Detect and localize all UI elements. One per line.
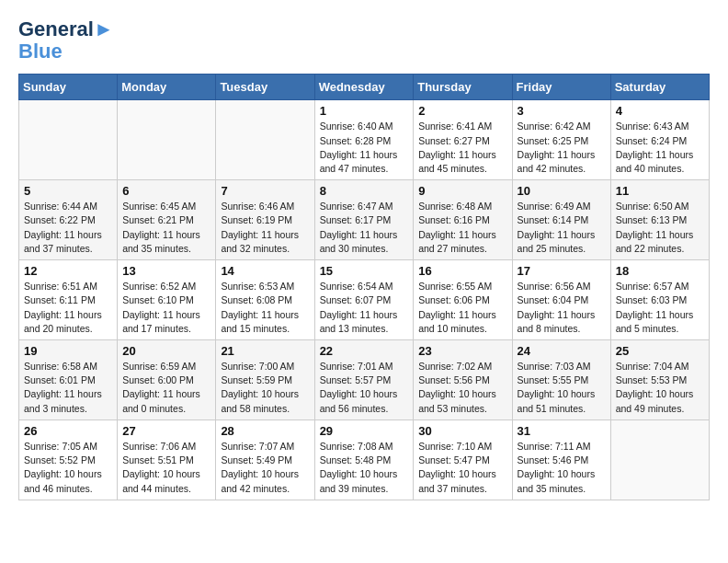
- day-cell: 18Sunrise: 6:57 AM Sunset: 6:03 PM Dayli…: [610, 260, 709, 340]
- day-number: 4: [616, 104, 704, 118]
- day-cell: 20Sunrise: 6:59 AM Sunset: 6:00 PM Dayli…: [118, 340, 216, 420]
- calendar: SundayMondayTuesdayWednesdayThursdayFrid…: [18, 74, 710, 500]
- header-tuesday: Tuesday: [216, 75, 314, 100]
- day-cell: 2Sunrise: 6:41 AM Sunset: 6:27 PM Daylig…: [414, 100, 512, 180]
- day-cell: 3Sunrise: 6:42 AM Sunset: 6:25 PM Daylig…: [512, 100, 610, 180]
- day-cell: [610, 419, 709, 500]
- day-number: 2: [418, 104, 506, 118]
- day-number: 19: [24, 344, 112, 358]
- page: General► Blue SundayMondayTuesdayWednesd…: [0, 0, 728, 510]
- day-cell: 25Sunrise: 7:04 AM Sunset: 5:53 PM Dayli…: [610, 340, 709, 420]
- day-cell: [216, 100, 314, 180]
- logo-blue: ►: [94, 17, 114, 40]
- day-info: Sunrise: 6:53 AM Sunset: 6:08 PM Dayligh…: [221, 280, 309, 336]
- day-number: 18: [616, 264, 704, 278]
- day-cell: 21Sunrise: 7:00 AM Sunset: 5:59 PM Dayli…: [216, 340, 314, 420]
- day-cell: 7Sunrise: 6:46 AM Sunset: 6:19 PM Daylig…: [216, 180, 314, 260]
- day-cell: [19, 100, 118, 180]
- day-info: Sunrise: 6:44 AM Sunset: 6:22 PM Dayligh…: [24, 200, 112, 256]
- day-info: Sunrise: 6:45 AM Sunset: 6:21 PM Dayligh…: [122, 200, 210, 256]
- day-cell: 28Sunrise: 7:07 AM Sunset: 5:49 PM Dayli…: [216, 419, 314, 500]
- day-info: Sunrise: 7:05 AM Sunset: 5:52 PM Dayligh…: [24, 440, 112, 496]
- day-number: 25: [616, 344, 704, 358]
- day-info: Sunrise: 6:55 AM Sunset: 6:06 PM Dayligh…: [418, 280, 506, 336]
- day-cell: 14Sunrise: 6:53 AM Sunset: 6:08 PM Dayli…: [216, 260, 314, 340]
- day-number: 10: [518, 184, 606, 198]
- day-number: 11: [616, 184, 704, 198]
- week-row-0: 1Sunrise: 6:40 AM Sunset: 6:28 PM Daylig…: [19, 100, 710, 180]
- header-sunday: Sunday: [19, 75, 118, 100]
- day-cell: 29Sunrise: 7:08 AM Sunset: 5:48 PM Dayli…: [314, 419, 414, 500]
- day-info: Sunrise: 6:41 AM Sunset: 6:27 PM Dayligh…: [418, 120, 506, 176]
- day-cell: 13Sunrise: 6:52 AM Sunset: 6:10 PM Dayli…: [118, 260, 216, 340]
- day-number: 20: [122, 344, 210, 358]
- day-number: 26: [24, 424, 112, 438]
- day-info: Sunrise: 6:52 AM Sunset: 6:10 PM Dayligh…: [122, 280, 210, 336]
- day-cell: 19Sunrise: 6:58 AM Sunset: 6:01 PM Dayli…: [19, 340, 118, 420]
- day-number: 28: [221, 424, 309, 438]
- header-thursday: Thursday: [414, 75, 512, 100]
- header-wednesday: Wednesday: [314, 75, 414, 100]
- day-number: 17: [518, 264, 606, 278]
- day-info: Sunrise: 7:02 AM Sunset: 5:56 PM Dayligh…: [418, 360, 506, 416]
- day-info: Sunrise: 6:56 AM Sunset: 6:04 PM Dayligh…: [518, 280, 606, 336]
- day-cell: 5Sunrise: 6:44 AM Sunset: 6:22 PM Daylig…: [19, 180, 118, 260]
- header-saturday: Saturday: [610, 75, 709, 100]
- day-info: Sunrise: 7:08 AM Sunset: 5:48 PM Dayligh…: [320, 440, 409, 496]
- day-cell: 31Sunrise: 7:11 AM Sunset: 5:46 PM Dayli…: [512, 419, 610, 500]
- day-info: Sunrise: 7:03 AM Sunset: 5:55 PM Dayligh…: [518, 360, 606, 416]
- day-cell: 12Sunrise: 6:51 AM Sunset: 6:11 PM Dayli…: [19, 260, 118, 340]
- day-cell: 22Sunrise: 7:01 AM Sunset: 5:57 PM Dayli…: [314, 340, 414, 420]
- day-number: 1: [320, 104, 409, 118]
- week-row-3: 19Sunrise: 6:58 AM Sunset: 6:01 PM Dayli…: [19, 340, 710, 420]
- day-number: 6: [122, 184, 210, 198]
- day-info: Sunrise: 6:42 AM Sunset: 6:25 PM Dayligh…: [518, 120, 606, 176]
- day-info: Sunrise: 6:54 AM Sunset: 6:07 PM Dayligh…: [320, 280, 409, 336]
- day-number: 13: [122, 264, 210, 278]
- day-info: Sunrise: 7:00 AM Sunset: 5:59 PM Dayligh…: [221, 360, 309, 416]
- day-info: Sunrise: 6:48 AM Sunset: 6:16 PM Dayligh…: [418, 200, 506, 256]
- day-info: Sunrise: 7:07 AM Sunset: 5:49 PM Dayligh…: [221, 440, 309, 496]
- day-cell: 9Sunrise: 6:48 AM Sunset: 6:16 PM Daylig…: [414, 180, 512, 260]
- day-info: Sunrise: 6:43 AM Sunset: 6:24 PM Dayligh…: [616, 120, 704, 176]
- day-number: 29: [320, 424, 409, 438]
- day-info: Sunrise: 7:10 AM Sunset: 5:47 PM Dayligh…: [418, 440, 506, 496]
- day-cell: 27Sunrise: 7:06 AM Sunset: 5:51 PM Dayli…: [118, 419, 216, 500]
- logo: General► Blue: [18, 18, 114, 63]
- day-info: Sunrise: 6:47 AM Sunset: 6:17 PM Dayligh…: [320, 200, 409, 256]
- day-number: 8: [320, 184, 409, 198]
- day-info: Sunrise: 7:01 AM Sunset: 5:57 PM Dayligh…: [320, 360, 409, 416]
- day-cell: [118, 100, 216, 180]
- header-monday: Monday: [118, 75, 216, 100]
- day-info: Sunrise: 6:51 AM Sunset: 6:11 PM Dayligh…: [24, 280, 112, 336]
- day-number: 3: [518, 104, 606, 118]
- day-number: 27: [122, 424, 210, 438]
- day-number: 14: [221, 264, 309, 278]
- day-number: 23: [418, 344, 506, 358]
- week-row-4: 26Sunrise: 7:05 AM Sunset: 5:52 PM Dayli…: [19, 419, 710, 500]
- day-info: Sunrise: 7:04 AM Sunset: 5:53 PM Dayligh…: [616, 360, 704, 416]
- day-number: 7: [221, 184, 309, 198]
- day-number: 21: [221, 344, 309, 358]
- day-cell: 11Sunrise: 6:50 AM Sunset: 6:13 PM Dayli…: [610, 180, 709, 260]
- day-number: 15: [320, 264, 409, 278]
- week-row-1: 5Sunrise: 6:44 AM Sunset: 6:22 PM Daylig…: [19, 180, 710, 260]
- day-number: 31: [518, 424, 606, 438]
- day-cell: 6Sunrise: 6:45 AM Sunset: 6:21 PM Daylig…: [118, 180, 216, 260]
- day-cell: 16Sunrise: 6:55 AM Sunset: 6:06 PM Dayli…: [414, 260, 512, 340]
- day-info: Sunrise: 6:46 AM Sunset: 6:19 PM Dayligh…: [221, 200, 309, 256]
- day-cell: 15Sunrise: 6:54 AM Sunset: 6:07 PM Dayli…: [314, 260, 414, 340]
- day-cell: 26Sunrise: 7:05 AM Sunset: 5:52 PM Dayli…: [19, 419, 118, 500]
- day-number: 12: [24, 264, 112, 278]
- day-info: Sunrise: 6:49 AM Sunset: 6:14 PM Dayligh…: [518, 200, 606, 256]
- day-cell: 10Sunrise: 6:49 AM Sunset: 6:14 PM Dayli…: [512, 180, 610, 260]
- header-friday: Friday: [512, 75, 610, 100]
- day-cell: 17Sunrise: 6:56 AM Sunset: 6:04 PM Dayli…: [512, 260, 610, 340]
- day-info: Sunrise: 6:50 AM Sunset: 6:13 PM Dayligh…: [616, 200, 704, 256]
- day-number: 5: [24, 184, 112, 198]
- day-number: 30: [418, 424, 506, 438]
- logo-text: General►: [18, 18, 114, 40]
- day-info: Sunrise: 6:59 AM Sunset: 6:00 PM Dayligh…: [122, 360, 210, 416]
- header-row: SundayMondayTuesdayWednesdayThursdayFrid…: [19, 75, 710, 100]
- day-cell: 23Sunrise: 7:02 AM Sunset: 5:56 PM Dayli…: [414, 340, 512, 420]
